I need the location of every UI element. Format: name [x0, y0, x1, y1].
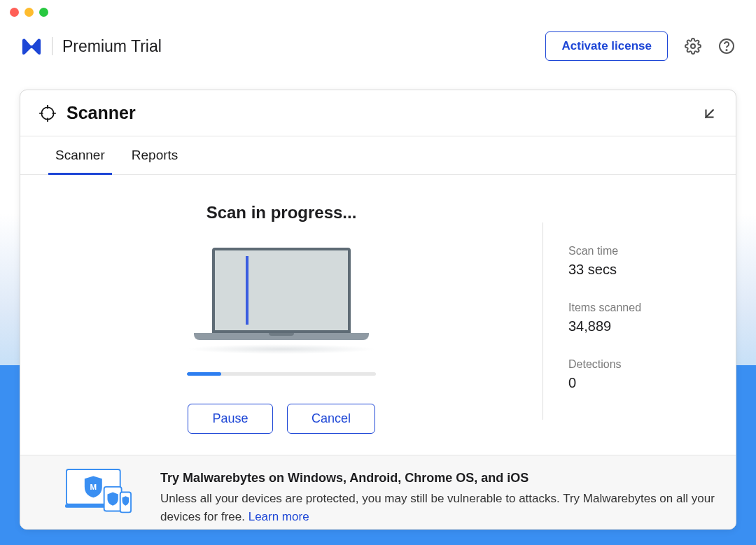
scan-stats: Scan time 33 secs Items scanned 34,889 D… — [543, 175, 736, 455]
scan-time-value: 33 secs — [568, 262, 716, 278]
brand-area: Premium Trial — [21, 36, 162, 56]
scan-time-label: Scan time — [568, 245, 716, 257]
svg-text:M: M — [90, 483, 97, 491]
scan-body: Scan in progress... Pause Cancel Scan ti… — [20, 175, 736, 455]
help-icon[interactable] — [718, 38, 735, 55]
panel-title-label: Scanner — [66, 103, 136, 123]
learn-more-link[interactable]: Learn more — [248, 510, 309, 523]
collapse-icon[interactable] — [702, 106, 718, 121]
subscription-title: Premium Trial — [62, 37, 162, 56]
svg-point-0 — [691, 44, 695, 48]
brand-divider — [52, 37, 52, 55]
tab-reports[interactable]: Reports — [132, 136, 178, 174]
close-window-button[interactable] — [10, 8, 19, 17]
devices-icon: M — [65, 468, 132, 515]
items-scanned-label: Items scanned — [568, 302, 716, 314]
scan-progress-bar — [187, 372, 376, 376]
promo-banner: M Try Malwarebytes on Windows, Android, … — [20, 455, 736, 530]
svg-point-3 — [41, 107, 53, 119]
tabs: Scanner Reports — [20, 136, 736, 175]
minimize-window-button[interactable] — [24, 8, 34, 17]
crosshair-icon — [38, 104, 57, 122]
scan-progress-fill — [187, 372, 221, 376]
promo-title: Try Malwarebytes on Windows, Android, Ch… — [160, 471, 715, 486]
panel-header: Scanner — [20, 90, 736, 136]
scan-left: Scan in progress... Pause Cancel — [20, 175, 542, 455]
window-titlebar — [0, 0, 756, 24]
scan-heading: Scan in progress... — [206, 203, 357, 222]
promo-desc: Unless all your devices are protected, y… — [160, 490, 715, 525]
promo-desc-text: Unless all your devices are protected, y… — [160, 492, 715, 523]
app-header: Premium Trial Activate license — [0, 24, 756, 76]
svg-point-2 — [726, 50, 727, 50]
detections-value: 0 — [568, 375, 716, 391]
cancel-button[interactable]: Cancel — [287, 404, 375, 434]
pause-button[interactable]: Pause — [188, 404, 273, 434]
activate-license-button[interactable]: Activate license — [545, 31, 668, 61]
scanner-panel: Scanner Scanner Reports Scan in progress… — [20, 90, 736, 530]
detections-label: Detections — [568, 358, 716, 371]
items-scanned-value: 34,889 — [568, 318, 716, 334]
gear-icon[interactable] — [685, 38, 701, 55]
laptop-illustration — [194, 248, 369, 354]
malwarebytes-logo-icon — [21, 36, 42, 56]
fullscreen-window-button[interactable] — [39, 8, 48, 17]
tab-scanner[interactable]: Scanner — [55, 136, 105, 174]
